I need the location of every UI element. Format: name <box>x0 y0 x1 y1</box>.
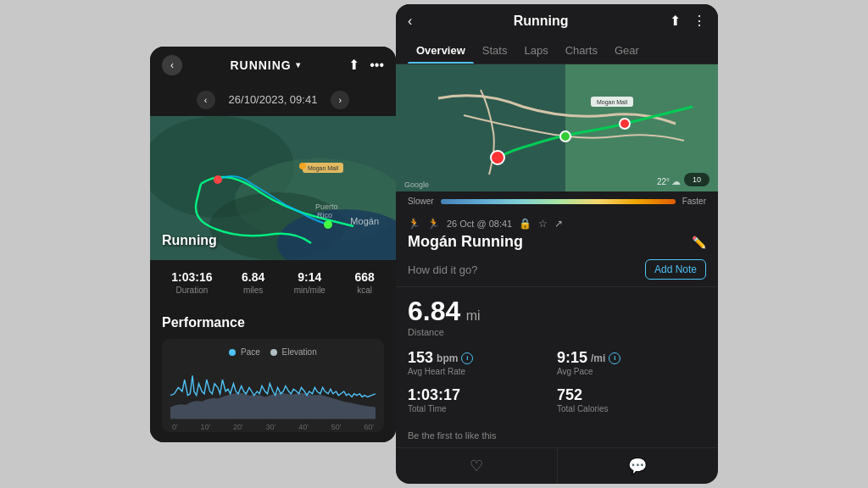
like-text: Be the first to like this <box>408 430 497 441</box>
next-date-button[interactable]: › <box>331 91 349 109</box>
activity-name: Mogán Running <box>408 233 523 251</box>
svg-text:Mogan Mall: Mogan Mall <box>308 165 339 172</box>
avg-hr-unit: bpm <box>437 352 458 364</box>
stats-row-left: 1:03:16 Duration 6.84 miles 9:14 min/mil… <box>150 260 396 305</box>
avg-heart-rate-stat: 153 bpm i Avg Heart Rate <box>408 344 557 381</box>
duration-value: 1:03:16 <box>171 270 212 284</box>
more-icon[interactable]: ••• <box>370 58 384 73</box>
distance-value: 6.84 <box>242 270 264 284</box>
total-time-label: Total Time <box>408 404 557 413</box>
tab-gear[interactable]: Gear <box>606 37 648 64</box>
right-map: Google 10 Mogan Mall 22° ☁ <box>396 64 718 191</box>
svg-text:Puerto: Puerto <box>315 202 338 211</box>
slower-label: Slower <box>408 197 434 206</box>
kcal-value: 668 <box>354 270 374 284</box>
left-map: Mogan Mall Puerto Rico Running Mogán <box>150 116 396 260</box>
tab-charts[interactable]: Charts <box>557 37 606 64</box>
prev-date-button[interactable]: ‹ <box>197 91 215 109</box>
svg-point-17 <box>620 119 630 129</box>
speed-bar: Slower Faster <box>396 191 718 211</box>
performance-title: Performance <box>162 315 384 330</box>
action-row: ♡ 💬 <box>396 447 718 484</box>
avg-hr-value: 153 <box>408 349 433 367</box>
note-row: How did it go? Add Note <box>396 256 718 287</box>
left-panel: ‹ RUNNING ▾ ⬆ ••• ‹ 26/10/2023, 09:41 › <box>150 47 396 442</box>
svg-point-9 <box>299 163 306 169</box>
back-button[interactable]: ‹ <box>162 55 182 75</box>
stat-pace: 9:14 min/mile <box>294 270 326 295</box>
total-time-value: 1:03:17 <box>408 386 460 404</box>
chevron-down-icon[interactable]: ▾ <box>296 60 301 69</box>
tab-overview[interactable]: Overview <box>408 37 474 64</box>
avg-pace-label: Avg Pace <box>557 367 706 376</box>
distance-label: miles <box>243 286 263 295</box>
svg-text:10: 10 <box>693 175 701 184</box>
stats-grid: 153 bpm i Avg Heart Rate 9:15 /mi i Avg … <box>396 339 718 424</box>
faster-label: Faster <box>682 197 706 206</box>
pace-legend-dot <box>229 349 236 356</box>
chart-area <box>170 362 376 421</box>
svg-point-15 <box>491 151 504 164</box>
svg-point-6 <box>324 220 332 229</box>
running-label: RUNNING <box>230 58 291 72</box>
comment-button[interactable]: 💬 <box>558 448 719 484</box>
svg-point-16 <box>560 131 570 141</box>
avg-pace-stat: 9:15 /mi i Avg Pace <box>557 344 706 381</box>
avg-pace-unit: /mi <box>591 352 605 364</box>
total-cal-label: Total Calories <box>557 404 706 413</box>
distance-big-unit: mi <box>466 308 481 323</box>
performance-section: Performance Pace Elevation <box>150 305 396 442</box>
svg-text:☁: ☁ <box>671 176 681 186</box>
pace-legend: Pace <box>229 347 260 357</box>
tab-stats[interactable]: Stats <box>474 37 516 64</box>
add-note-button[interactable]: Add Note <box>645 259 706 280</box>
elevation-legend: Elevation <box>270 347 317 357</box>
chart-labels: 0' 10' 20' 30' 40' 50' 60' <box>170 423 376 431</box>
activity-title-row: Mogán Running ✏️ <box>396 231 718 256</box>
total-calories-stat: 752 Total Calories <box>557 381 706 419</box>
right-header-title: Running <box>514 14 569 29</box>
edit-icon[interactable]: ✏️ <box>692 236 706 249</box>
right-header: ‹ Running ⬆ ⋮ <box>396 4 718 37</box>
date-label: 26/10/2023, 09:41 <box>229 93 318 106</box>
pace-label: min/mile <box>294 286 326 295</box>
avatar-icon: 🏃 <box>408 218 420 230</box>
activity-title-left: RUNNING ▾ <box>230 58 300 72</box>
stat-distance: 6.84 miles <box>242 270 264 295</box>
big-distance-stat: 6.84 mi Distance <box>396 287 718 339</box>
stat-duration: 1:03:16 Duration <box>171 270 212 295</box>
like-row: Be the first to like this <box>396 424 718 444</box>
tab-laps[interactable]: Laps <box>515 37 556 64</box>
star-icon[interactable]: ☆ <box>538 218 548 230</box>
share-icon[interactable]: ⬆ <box>670 13 681 29</box>
upload-icon[interactable]: ⬆ <box>348 57 359 73</box>
more-options-icon[interactable]: ⋮ <box>693 13 706 29</box>
svg-text:Google: Google <box>404 180 429 189</box>
avg-hr-label: Avg Heart Rate <box>408 367 557 376</box>
lock-icon: 🔒 <box>519 218 531 230</box>
running-icon: 🏃 <box>427 218 440 230</box>
speed-gradient <box>441 199 676 204</box>
svg-rect-14 <box>565 64 718 191</box>
export-icon[interactable]: ↗ <box>554 218 563 230</box>
map-activity-label: Running <box>162 233 217 248</box>
pace-value: 9:14 <box>298 270 321 284</box>
chart-legend: Pace Elevation <box>170 347 376 357</box>
elevation-legend-dot <box>270 349 277 356</box>
avg-pace-info-icon[interactable]: i <box>609 352 620 364</box>
left-header: ‹ RUNNING ▾ ⬆ ••• <box>150 47 396 84</box>
total-time-value-row: 1:03:17 <box>408 386 557 404</box>
tabs-row: Overview Stats Laps Charts Gear <box>396 37 718 64</box>
avg-hr-value-row: 153 bpm i <box>408 349 557 367</box>
total-time-stat: 1:03:17 Total Time <box>408 381 557 419</box>
distance-big-value: 6.84 <box>408 296 460 326</box>
heart-button[interactable]: ♡ <box>396 448 558 484</box>
back-icon[interactable]: ‹ <box>408 14 412 29</box>
performance-chart: Pace Elevation 0' 10' 20' 30' <box>162 339 384 432</box>
avg-hr-info-icon[interactable]: i <box>461 352 473 364</box>
map-place-label: Mogán <box>350 216 379 226</box>
activity-date: 26 Oct @ 08:41 <box>447 219 512 229</box>
right-header-icons: ⬆ ⋮ <box>670 13 706 29</box>
total-cal-value-row: 752 <box>557 386 706 404</box>
avg-pace-value-row: 9:15 /mi i <box>557 349 706 367</box>
